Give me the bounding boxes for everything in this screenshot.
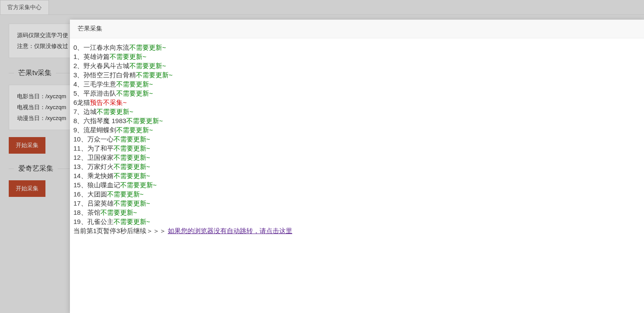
pagination-footer: 当前第1页暂停3秒后继续＞＞＞ 如果您的浏览器没有自动跳转，请点击这里: [73, 226, 641, 235]
log-item-name: 流星蝴蝶剑: [83, 126, 116, 134]
pagination-text: 当前第1页暂停3秒后继续＞＞＞: [73, 227, 168, 234]
log-line: 5、平原游击队不需要更新~: [73, 89, 641, 98]
log-index: 10、: [73, 135, 87, 143]
log-item-name: 六指琴魔 1983: [83, 117, 126, 124]
log-index: 13、: [73, 163, 87, 170]
log-status: 不需要更新~: [126, 117, 163, 124]
modal-mangguo-collect: 芒果采集 0、一江春水向东流不需要更新~1、英雄诗篇不需要更新~2、野火春风斗古…: [70, 20, 644, 313]
log-item-name: 平原游击队: [83, 89, 116, 97]
log-container: 0、一江春水向东流不需要更新~1、英雄诗篇不需要更新~2、野火春风斗古城不需要更…: [73, 43, 641, 226]
log-line: 14、乘龙快婿不需要更新~: [73, 171, 641, 180]
log-item-name: 英雄诗篇: [83, 53, 110, 60]
log-line: 19、孔雀公主不需要更新~: [73, 217, 641, 226]
log-index: 14、: [73, 172, 87, 179]
log-line: 16、大团圆不需要更新~: [73, 189, 641, 199]
log-line: 12、卫国保家不需要更新~: [73, 153, 641, 162]
log-line: 4、三毛学生意不需要更新~: [73, 79, 641, 89]
log-item-name: 万家灯火: [87, 163, 114, 170]
log-line: 11、为了和平不需要更新~: [73, 144, 641, 153]
log-status: 不需要更新~: [114, 172, 150, 179]
log-index: 15、: [73, 181, 87, 189]
log-item-name: 野火春风斗古城: [83, 62, 129, 69]
log-line: 13、万家灯火不需要更新~: [73, 162, 641, 171]
log-item-name: 孔雀公主: [87, 218, 114, 225]
log-index: 12、: [73, 154, 87, 161]
log-item-name: 吕梁英雄: [87, 199, 114, 207]
log-status: 不需要更新~: [116, 126, 153, 134]
log-status: 不需要更新~: [116, 89, 153, 97]
log-index: 2、: [73, 62, 83, 69]
log-line: 18、茶馆不需要更新~: [73, 208, 641, 217]
log-index: 1、: [73, 53, 83, 60]
log-item-name: 大团圆: [87, 190, 107, 198]
log-status: 不需要更新~: [114, 199, 150, 207]
log-status: 不需要更新~: [129, 44, 166, 51]
log-item-name: 边城: [83, 108, 97, 115]
log-index: 4、: [73, 80, 83, 88]
log-status: 不需要更新~: [116, 80, 153, 88]
log-index: 9、: [73, 126, 83, 134]
log-index: 11、: [73, 144, 87, 152]
log-status: 不需要更新~: [107, 190, 144, 198]
log-status: 不需要更新~: [97, 108, 133, 115]
log-item-name: 三毛学生意: [83, 80, 116, 88]
log-status: 不需要更新~: [114, 135, 150, 143]
log-line: 0、一江春水向东流不需要更新~: [73, 43, 641, 52]
log-line: 6龙猫预告不采集~: [73, 98, 641, 107]
log-item-name: 为了和平: [87, 144, 114, 152]
log-line: 8、六指琴魔 1983不需要更新~: [73, 116, 641, 125]
log-index: 5、: [73, 89, 83, 97]
log-status: 不需要更新~: [114, 218, 150, 225]
log-item-name: 龙猫: [77, 99, 90, 106]
log-item-name: 一江春水向东流: [83, 44, 129, 51]
log-item-name: 狼山喋血记: [87, 181, 120, 189]
log-item-name: 万众一心: [87, 135, 114, 143]
log-index: 18、: [73, 209, 87, 216]
modal-body: 0、一江春水向东流不需要更新~1、英雄诗篇不需要更新~2、野火春风斗古城不需要更…: [70, 38, 644, 240]
log-status: 不需要更新~: [114, 154, 150, 161]
log-status: 不需要更新~: [114, 163, 150, 170]
log-line: 2、野火春风斗古城不需要更新~: [73, 61, 641, 70]
log-index: 7、: [73, 108, 83, 115]
log-item-name: 孙悟空三打白骨精: [83, 71, 136, 79]
log-status: 不需要更新~: [129, 62, 166, 69]
log-index: 8、: [73, 117, 83, 124]
log-index: 0、: [73, 44, 83, 51]
modal-title: 芒果采集: [70, 20, 644, 38]
log-line: 9、流星蝴蝶剑不需要更新~: [73, 125, 641, 134]
log-index: 19、: [73, 218, 87, 225]
manual-jump-link[interactable]: 如果您的浏览器没有自动跳转，请点击这里: [168, 227, 292, 234]
log-item-name: 乘龙快婿: [87, 172, 114, 179]
log-line: 15、狼山喋血记不需要更新~: [73, 180, 641, 189]
log-status: 不需要更新~: [120, 181, 157, 189]
log-item-name: 茶馆: [87, 209, 100, 216]
log-index: 3、: [73, 71, 83, 79]
log-line: 7、边城不需要更新~: [73, 107, 641, 116]
log-status: 不需要更新~: [136, 71, 173, 79]
log-status: 不需要更新~: [114, 144, 150, 152]
log-item-name: 卫国保家: [87, 154, 114, 161]
log-line: 10、万众一心不需要更新~: [73, 134, 641, 144]
log-index: 16、: [73, 190, 87, 198]
log-line: 1、英雄诗篇不需要更新~: [73, 52, 641, 61]
log-status: 不需要更新~: [110, 53, 146, 60]
log-status: 预告不采集~: [90, 99, 127, 106]
log-index: 17、: [73, 199, 87, 207]
log-line: 3、孙悟空三打白骨精不需要更新~: [73, 70, 641, 79]
log-status: 不需要更新~: [100, 209, 137, 216]
log-line: 17、吕梁英雄不需要更新~: [73, 199, 641, 208]
